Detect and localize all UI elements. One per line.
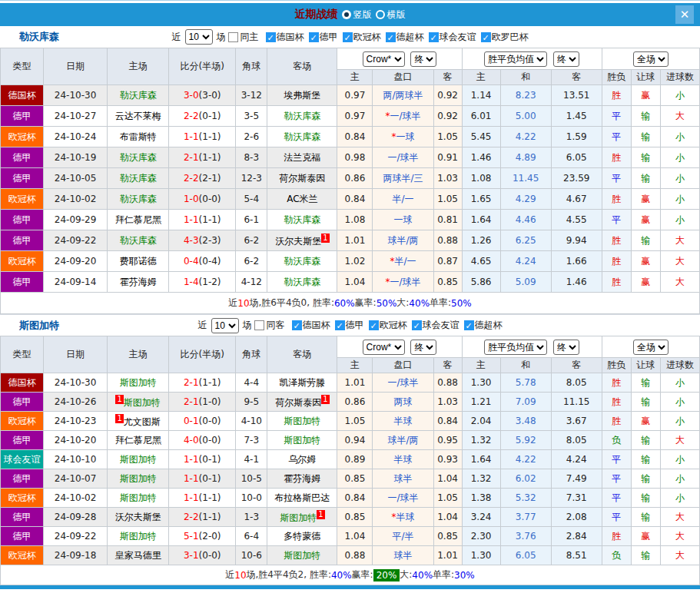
odds-away: 1.04 [433, 508, 462, 527]
avg-away: 6.05 [551, 147, 602, 168]
result-handicap: 输 [631, 508, 660, 527]
score-halftime: (0-4) [199, 256, 221, 267]
away-team: 法兰克福 [267, 147, 337, 168]
summary-segment: 40% [412, 570, 433, 581]
page-title: 近期战绩 [295, 8, 338, 22]
league-checkbox[interactable]: ✓ [309, 32, 319, 42]
odds-time-select[interactable]: 终 [410, 340, 436, 355]
result-outcome: 平 [602, 127, 631, 147]
avg-time-select[interactable]: 终 [553, 51, 579, 67]
result-outcome: 胜 [602, 373, 631, 393]
score-halftime: (1-2) [199, 277, 221, 287]
league-checkbox[interactable]: ✓ [266, 32, 276, 42]
league-label: 德超杯 [396, 31, 424, 44]
result-handicap: 输 [631, 393, 660, 412]
scope-select[interactable]: 全场 [633, 51, 668, 67]
team-label: AC米兰 [287, 194, 317, 204]
col-avg-draw: 和 [500, 358, 551, 373]
summary-segment: 20% [373, 569, 400, 581]
table-row: 德甲24-10-05勒沃库森2-2(2-1)12-3荷尔斯泰因0.86两球半/三… [1, 168, 700, 189]
layout-radio-horizontal[interactable]: 横版 [376, 8, 406, 22]
match-date: 24-09-28 [44, 508, 108, 527]
league-label: 德甲 [320, 31, 338, 44]
league-checkbox[interactable]: ✓ [292, 320, 302, 330]
league-checkbox[interactable]: ✓ [429, 32, 439, 42]
score-fulltime: 2-2 [184, 512, 199, 522]
corner-count: 9-5 [236, 393, 267, 412]
layout-radio-vertical[interactable]: 竖版 [342, 8, 372, 22]
team-label: 斯图加特 [120, 531, 157, 542]
scope-select[interactable]: 全场 [633, 340, 668, 355]
odds-company-select[interactable]: Crow* [363, 51, 405, 67]
avg-select-group: 胜平负均值 终 [462, 336, 602, 358]
close-icon[interactable]: ✕ [675, 5, 694, 24]
corner-count: 4-1 [236, 450, 267, 469]
home-team: 布雷斯特 [108, 127, 169, 147]
match-score: 0-1(0-0) [169, 412, 236, 431]
league-checkbox[interactable]: ✓ [464, 320, 474, 330]
summary-segment: 40% [409, 298, 430, 309]
table-row: 德甲24-09-28沃尔夫斯堡2-2(1-1)1-3斯图加特10.85*半球1.… [1, 508, 700, 527]
radio-unselected-icon[interactable] [376, 10, 385, 19]
league-filters: ✓德国杯✓德甲✓欧冠杯✓球会友谊✓德超杯 [287, 319, 503, 332]
result-outcome: 胜 [602, 412, 631, 431]
league-checkbox[interactable]: ✓ [412, 320, 422, 330]
score-fulltime: 0-4 [184, 256, 199, 267]
odds-line: 平/半 [373, 527, 433, 546]
league-checkbox[interactable]: ✓ [343, 32, 353, 42]
result-goals: 大 [660, 251, 699, 272]
col-handicap: 让球 [631, 358, 660, 373]
avg-away: 8.05 [551, 373, 602, 393]
team-label: 勒沃库森 [284, 214, 320, 225]
league-checkbox[interactable]: ✓ [369, 320, 379, 330]
same-venue-checkbox[interactable] [254, 320, 264, 330]
summary-segment: 赢率: [352, 568, 373, 581]
avg-select[interactable]: 胜平负均值 [484, 51, 547, 67]
type-badge: 德甲 [1, 230, 44, 251]
avg-time-select[interactable]: 终 [553, 340, 579, 355]
avg-select[interactable]: 胜平负均值 [484, 340, 547, 355]
odds-away: 1.01 [433, 546, 462, 565]
league-label: 球会友谊 [423, 319, 459, 332]
filter-controls: 近 10 场 同主 ✓德国杯✓德甲✓欧冠杯✓德超杯✓球会友谊✓欧罗巴杯 [172, 29, 529, 45]
team-label: 勒沃库森 [120, 90, 157, 101]
same-venue-checkbox[interactable] [228, 32, 238, 42]
score-fulltime: 0-1 [184, 416, 199, 426]
league-checkbox[interactable]: ✓ [386, 32, 396, 42]
league-label: 德超杯 [475, 319, 503, 332]
odds-line: *一球 [373, 127, 433, 147]
score-halftime: (0-1) [199, 454, 221, 465]
result-handicap: 输 [631, 147, 660, 168]
odds-time-select[interactable]: 终 [410, 51, 436, 67]
table-row: 欧冠杯24-10-02勒沃库森1-0(0-0)5-4AC米兰0.84半/一1.0… [1, 189, 700, 210]
match-score: 1-1(0-1) [169, 469, 236, 489]
matches-body: 德国杯24-10-30勒沃库森3-0(3-0)3-12埃弗斯堡0.97两/两球半… [1, 85, 700, 293]
league-checkbox[interactable]: ✓ [481, 32, 491, 42]
score-fulltime: 2-1 [184, 152, 199, 163]
odds-home: 0.97 [337, 106, 373, 127]
league-checkbox[interactable]: ✓ [335, 320, 345, 330]
result-outcome: 胜 [602, 147, 631, 168]
team-label: 布拉格斯巴达 [274, 492, 330, 503]
recent-count-select[interactable]: 10 [185, 29, 213, 45]
recent-count-select[interactable]: 10 [211, 318, 239, 333]
result-goals: 大 [660, 546, 699, 565]
match-score: 2-1(1-0) [169, 393, 236, 412]
team-label: 斯图加特 [284, 550, 320, 561]
match-score: 1-1(1-1) [169, 210, 236, 230]
avg-away: 1.59 [551, 127, 602, 147]
summary-segment: 场,胜6平4负0, 胜率: [250, 297, 334, 310]
summary-segment: 大: [400, 568, 412, 581]
odds-line: 球半/两 [373, 431, 433, 450]
odds-company-select[interactable]: Crow* [363, 340, 405, 355]
score-fulltime: 1-1 [184, 492, 199, 503]
radio-selected-icon[interactable] [342, 10, 351, 19]
table-row: 欧冠杯24-10-231尤文图斯0-1(0-0)4-10斯图加特1.05半球0.… [1, 412, 700, 431]
result-outcome: 平 [602, 106, 631, 127]
home-team: 斯图加特 [108, 489, 169, 508]
odds-home: 1.04 [337, 272, 373, 293]
team-label: 皇家马德里 [115, 550, 161, 561]
match-date: 24-10-02 [44, 189, 108, 210]
type-badge: 德甲 [1, 508, 44, 527]
score-halftime: (2-1) [199, 173, 221, 184]
